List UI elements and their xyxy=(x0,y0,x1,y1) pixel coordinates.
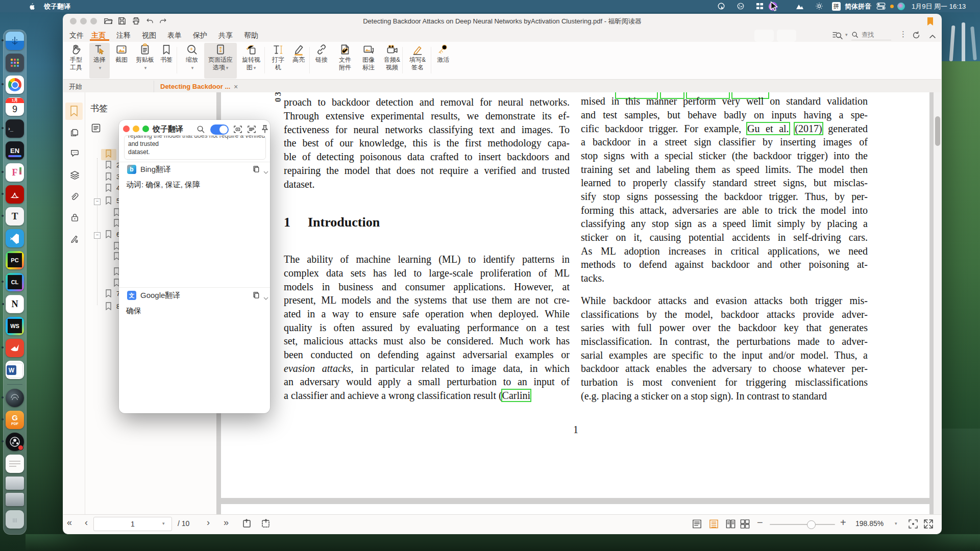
tab-close-icon[interactable]: × xyxy=(234,81,238,92)
dock-dark-sphere-app[interactable] xyxy=(6,389,24,407)
dock-finder[interactable] xyxy=(6,32,24,50)
google-copy-icon[interactable] xyxy=(253,291,260,301)
menu-comment[interactable]: 注释 xyxy=(116,30,131,41)
menu-file[interactable]: 文件 xyxy=(69,30,84,41)
toolbar-file-attachment[interactable]: 文件 附件 xyxy=(334,43,356,79)
print-icon[interactable] xyxy=(132,17,140,27)
toolbar-link[interactable]: 链接 xyxy=(312,43,331,79)
window-zoom-button[interactable] xyxy=(90,18,97,24)
bookmark-item[interactable] xyxy=(105,172,112,183)
toolbar-highlight[interactable]: 高亮 xyxy=(289,43,308,79)
bookmark-options-icon[interactable] xyxy=(91,123,101,135)
bookmark-item[interactable] xyxy=(105,161,112,171)
window-manager-icon[interactable] xyxy=(754,1,765,11)
popup-zoom-button[interactable] xyxy=(142,126,149,132)
toolbar-hand-tool[interactable]: 手型 工具 xyxy=(64,43,88,79)
bookmarks-panel-icon[interactable] xyxy=(69,106,79,119)
page-number-input[interactable]: 1 xyxy=(93,517,172,531)
page-input-caret[interactable]: ▾ xyxy=(162,521,165,526)
toolbar-clipboard[interactable]: 剪贴板 ▾ xyxy=(132,43,158,79)
control-center-icon[interactable] xyxy=(875,1,887,11)
layers-panel-icon[interactable] xyxy=(70,170,80,182)
popup-minimize-button[interactable] xyxy=(133,126,139,132)
popup-ocr-capture-icon[interactable] xyxy=(233,125,242,136)
bookmark-item[interactable] xyxy=(105,230,112,241)
toolbar-image-annotation[interactable]: 图像 标注 xyxy=(357,43,380,79)
popup-close-button[interactable] xyxy=(123,126,130,132)
toolbar-snapshot[interactable]: 截图 xyxy=(111,43,132,79)
more-options-icon[interactable]: ⋮ xyxy=(899,30,907,39)
toolbar-select-tool[interactable]: 选择 ▾ xyxy=(89,43,110,79)
bookmark-item[interactable] xyxy=(105,289,112,300)
next-page-button[interactable]: › xyxy=(207,517,210,528)
tab-start[interactable]: 开始 xyxy=(63,81,154,92)
sync-icon[interactable] xyxy=(912,31,921,42)
zoom-slider-track[interactable] xyxy=(770,524,835,525)
dock-chrome[interactable] xyxy=(6,76,24,94)
dock-notion[interactable]: N xyxy=(6,295,24,313)
bing-collapse-icon[interactable] xyxy=(263,167,268,177)
security-panel-icon[interactable] xyxy=(70,213,79,224)
previous-view-icon[interactable] xyxy=(241,517,253,532)
first-page-button[interactable]: « xyxy=(67,517,72,528)
next-view-icon[interactable] xyxy=(259,517,272,532)
popup-source-box[interactable]: repairing the model that does not requir… xyxy=(124,135,266,160)
dock-en-app[interactable]: EN xyxy=(6,141,24,160)
dock-window-thumbnail[interactable] xyxy=(6,477,24,490)
popup-translate-toggle[interactable] xyxy=(210,124,229,135)
menu-form[interactable]: 表单 xyxy=(167,30,182,41)
scrollbar-thumb[interactable] xyxy=(935,116,940,146)
toolbar-bookmark[interactable]: 书签 xyxy=(157,43,176,79)
dock-t-app[interactable]: T xyxy=(6,207,24,226)
fit-page-icon[interactable] xyxy=(908,518,919,532)
bookmark-expander[interactable]: − xyxy=(94,198,101,205)
dock-trash[interactable] xyxy=(6,510,24,529)
toolbar-typewriter[interactable]: 打字 机 xyxy=(267,43,289,79)
toolbar-activate[interactable]: 激活 xyxy=(433,43,453,79)
attachments-panel-icon[interactable] xyxy=(70,192,79,204)
toolbar-rotate-view[interactable]: 旋转视 图▾ xyxy=(238,43,264,79)
zoom-percentage[interactable]: 198.85% xyxy=(855,519,884,528)
toolbar-page-fit-options[interactable]: 页面适应 选项▾ xyxy=(204,43,237,79)
toolbar-zoom[interactable]: 缩放 ▾ xyxy=(182,43,202,79)
bookmark-expander[interactable]: − xyxy=(94,232,101,239)
dock-gpdf-app[interactable]: G PDF xyxy=(6,411,24,429)
dock-calendar[interactable]: 1月 9 xyxy=(6,97,24,116)
dock-launchpad[interactable] xyxy=(6,54,24,72)
bookmark-item[interactable] xyxy=(105,302,112,313)
popup-search-icon[interactable] xyxy=(197,125,205,136)
last-page-button[interactable]: » xyxy=(224,517,229,528)
continuous-mode-icon[interactable] xyxy=(708,518,719,532)
previous-page-button[interactable]: ‹ xyxy=(85,517,88,528)
brightness-status-icon[interactable] xyxy=(814,1,825,11)
fullscreen-icon[interactable] xyxy=(923,518,934,532)
scrollbar-track[interactable] xyxy=(934,92,942,514)
search-input[interactable] xyxy=(861,31,888,39)
bookmark-item[interactable] xyxy=(105,184,112,194)
dock-f-app[interactable]: F xyxy=(6,163,24,182)
dock-acrobat[interactable] xyxy=(6,185,24,204)
open-file-icon[interactable] xyxy=(104,17,113,27)
popup-pin-icon[interactable] xyxy=(261,124,269,136)
dock-vscode[interactable] xyxy=(6,229,24,247)
zoom-caret[interactable]: ▾ xyxy=(895,521,897,526)
single-page-mode-icon[interactable] xyxy=(692,518,702,532)
toolbar-fill-sign[interactable]: 填写& 签名 xyxy=(405,43,430,79)
photo-status-icon[interactable] xyxy=(794,1,805,11)
toolbar-audio-video[interactable]: 音频& 视频 xyxy=(380,43,404,79)
menubar-app-name[interactable]: 饺子翻译 xyxy=(44,2,70,11)
reward-flag-icon[interactable] xyxy=(926,17,934,28)
dock-webstorm[interactable]: WS xyxy=(6,317,24,335)
dock-terminal[interactable]: ›_ xyxy=(6,119,24,138)
menu-view[interactable]: 视图 xyxy=(142,30,156,41)
redo-icon[interactable] xyxy=(159,17,167,27)
bookmark-item[interactable] xyxy=(105,149,112,160)
menu-share[interactable]: 共享 xyxy=(218,30,233,41)
menu-help[interactable]: 帮助 xyxy=(244,30,258,41)
dock-red-crane-app[interactable] xyxy=(6,339,24,357)
apple-menu-icon[interactable] xyxy=(27,1,37,11)
bookmark-item[interactable] xyxy=(105,196,112,207)
dock-notes-app[interactable] xyxy=(6,455,24,473)
tab-document[interactable]: Detecting Backdoor ... xyxy=(160,81,230,92)
popup-scan-text-icon[interactable] xyxy=(247,125,256,136)
